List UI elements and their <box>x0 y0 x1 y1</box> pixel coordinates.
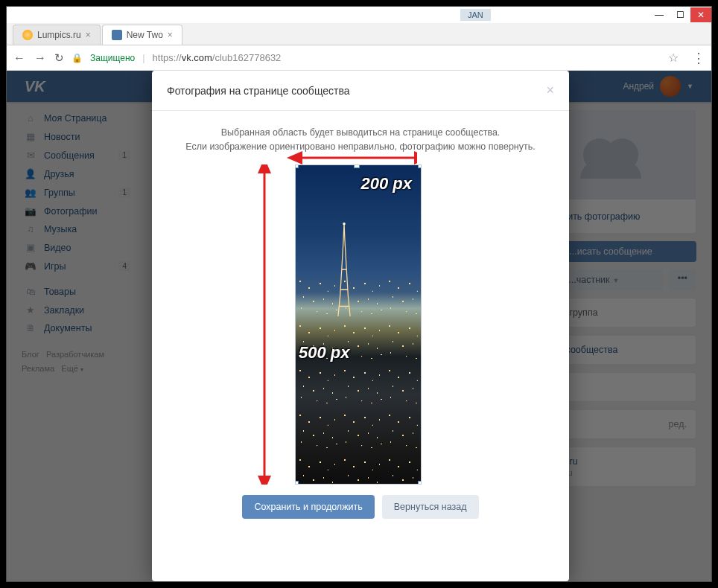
resize-handle[interactable] <box>418 164 422 168</box>
forward-icon[interactable]: → <box>34 51 47 65</box>
close-icon[interactable]: × <box>546 83 554 98</box>
minimize-button[interactable]: ― <box>649 7 670 22</box>
modal-desc-line1: Выбранная область будет выводиться на ст… <box>170 126 551 140</box>
height-dimension-label: 500 px <box>299 340 350 365</box>
modal-header: Фотография на странице сообщества × <box>152 71 569 111</box>
width-dimension-label: 200 px <box>361 171 413 196</box>
browser-menu-icon[interactable]: ⋮ <box>692 50 705 66</box>
svg-point-2 <box>343 223 346 226</box>
width-arrow-icon <box>276 151 417 164</box>
tab-vk[interactable]: New Two × <box>102 25 182 45</box>
tab-label: Lumpics.ru <box>37 30 81 40</box>
crop-image[interactable]: 200 px 500 px <box>295 164 422 485</box>
back-icon[interactable]: ← <box>13 51 26 65</box>
browser-window: JAN ― ☐ ✕ Lumpics.ru × New Two × ← → ↻ 🔒… <box>6 6 712 582</box>
address-bar: ← → ↻ 🔒 Защищено | https://vk.com/club16… <box>7 45 711 71</box>
tab-close-icon[interactable]: × <box>168 30 173 40</box>
resize-handle[interactable] <box>295 481 299 485</box>
bookmark-star-icon[interactable]: ☆ <box>668 51 679 65</box>
resize-handle[interactable] <box>354 164 360 168</box>
go-back-button[interactable]: Вернуться назад <box>382 495 479 520</box>
modal-title: Фотография на странице сообщества <box>167 85 350 97</box>
height-arrow-icon <box>256 164 273 485</box>
tab-label: New Two <box>127 30 163 40</box>
tab-lumpics[interactable]: Lumpics.ru × <box>13 25 101 45</box>
close-button[interactable]: ✕ <box>690 7 711 22</box>
tab-close-icon[interactable]: × <box>86 30 91 40</box>
lock-icon: 🔒 <box>72 53 83 63</box>
modal-footer: Сохранить и продолжить Вернуться назад <box>170 485 551 531</box>
resize-handle[interactable] <box>295 164 299 168</box>
titlebar: JAN ― ☐ ✕ <box>7 7 711 23</box>
favicon-icon <box>22 30 33 40</box>
page-viewport: VK Андрей ▼ ⌂Моя Страница ▦Новости ✉Сооб… <box>7 71 711 581</box>
resize-handle[interactable] <box>418 481 422 485</box>
save-continue-button[interactable]: Сохранить и продолжить <box>242 495 374 520</box>
tab-strip: Lumpics.ru × New Two × <box>7 23 711 45</box>
url-text[interactable]: https://vk.com/club162778632 <box>153 52 282 63</box>
reload-icon[interactable]: ↻ <box>54 51 64 65</box>
secure-label: Защищено <box>90 53 135 63</box>
titlebar-user-badge: JAN <box>460 9 491 21</box>
favicon-icon <box>112 30 122 40</box>
maximize-button[interactable]: ☐ <box>670 7 690 22</box>
crop-modal: Фотография на странице сообщества × Выбр… <box>152 71 569 581</box>
crop-area[interactable]: 200 px 500 px <box>276 164 445 485</box>
